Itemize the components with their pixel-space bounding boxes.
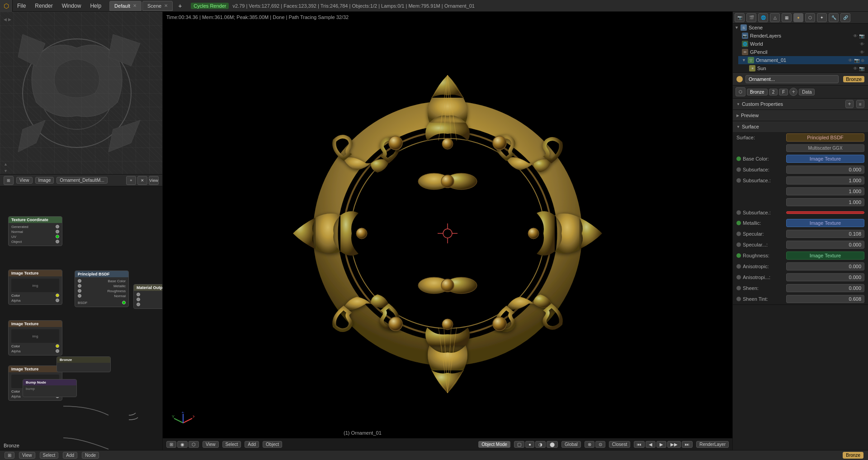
material-name-field[interactable]: Ornament... <box>745 75 839 83</box>
bottom-select-btn[interactable]: Select <box>40 452 59 459</box>
metallic-value[interactable]: Image Texture <box>786 219 864 227</box>
ornament-eye-icon[interactable]: 👁 <box>848 58 853 63</box>
prop-icon-render[interactable]: 📷 <box>735 13 745 22</box>
node-image-btn[interactable]: Image <box>35 177 54 184</box>
custom-prop-add-btn[interactable]: + <box>845 100 854 108</box>
tab-default[interactable]: Default ✕ <box>109 1 142 11</box>
bottom-node-btn[interactable]: Node <box>82 452 99 459</box>
node-small-1[interactable]: Bump Node bump <box>23 379 77 397</box>
mat-tab-bronze[interactable]: Bronze <box>747 89 768 95</box>
subsurface-radius-dot[interactable] <box>736 210 741 215</box>
node-view2-btn[interactable]: View <box>149 176 159 185</box>
anisotropic-rot-value[interactable]: 0.000 <box>786 273 864 281</box>
global-btn[interactable]: Global <box>561 441 581 448</box>
surface-header[interactable]: ▼ Surface <box>733 121 868 132</box>
mat-tab-2[interactable]: 2 <box>769 89 778 95</box>
ornament-more-icon[interactable]: ⊕ <box>861 58 864 63</box>
closest-btn[interactable]: Closest <box>609 441 630 448</box>
anisotropic-value[interactable]: 0.000 <box>786 262 864 270</box>
anisotropic-rot-dot[interactable] <box>736 275 741 280</box>
node-image-texture-2[interactable]: Image Texture img Color Alpha <box>8 320 62 356</box>
viewport-main[interactable]: Time:00:34.36 | Mem:361.06M; Peak:385.00… <box>163 12 732 450</box>
node-texture-coord[interactable]: Texture Coordinate Generated Normal UV O… <box>8 216 62 246</box>
next-frame-btn[interactable]: ▶▶ <box>667 441 681 448</box>
node-main-shader[interactable]: Principled BSDF Base Color Metallic Roug… <box>75 270 129 307</box>
sun-eye-icon[interactable]: 👁 <box>853 66 858 71</box>
renderlayers-eye-icon[interactable]: 👁 <box>853 33 858 38</box>
prop-icon-constraints[interactable]: 🔗 <box>840 13 850 22</box>
viewport-icon-3[interactable]: ⬡ <box>189 441 199 448</box>
outliner-sun[interactable]: ☀ Sun 👁 📷 <box>733 64 868 72</box>
bottom-add-btn[interactable]: Add <box>63 452 77 459</box>
subsurface-dot[interactable] <box>736 167 741 172</box>
prop-edit-btn[interactable]: ⊙ <box>595 441 605 448</box>
node-add-tab-btn[interactable]: + <box>126 176 136 185</box>
prop-icon-texture[interactable]: ⬡ <box>805 13 815 22</box>
subsurface-radius-value[interactable] <box>786 211 864 214</box>
bottom-view-btn[interactable]: View <box>19 452 35 459</box>
menu-render[interactable]: Render <box>30 0 57 11</box>
outliner-ornament[interactable]: ▼ ▽ Ornament_01 👁 📷 ⊕ <box>738 56 868 64</box>
play-btn[interactable]: ▶ <box>656 441 666 448</box>
shade-solid-btn[interactable]: ● <box>525 441 534 448</box>
node-image-texture-1[interactable]: Image Texture img Color Alpha <box>8 270 62 305</box>
specular-value[interactable]: 0.108 <box>786 230 864 238</box>
base-color-dot[interactable] <box>736 156 741 161</box>
node-editor[interactable]: Texture Coordinate Generated Normal UV O… <box>0 186 162 450</box>
select-menu-btn[interactable]: Select <box>222 441 241 448</box>
tab-scene[interactable]: Scene ✕ <box>142 1 173 11</box>
prop-icon-world[interactable]: 🌐 <box>758 13 768 22</box>
renderlayers-render-icon[interactable]: 📷 <box>859 33 864 38</box>
multiscatter-value[interactable]: Multiscatter GGX <box>786 144 864 152</box>
mat-tab-f[interactable]: F <box>779 89 788 95</box>
base-color-value[interactable]: Image Texture <box>786 155 864 163</box>
subsurface-color-b[interactable]: 1.000 <box>786 198 864 206</box>
sheen-dot[interactable] <box>736 286 741 290</box>
blender-logo[interactable]: ⬡ <box>0 0 13 12</box>
shade-render-btn[interactable]: ⬤ <box>547 441 558 448</box>
node-canvas[interactable]: Texture Coordinate Generated Normal UV O… <box>0 198 162 450</box>
sun-render3-icon[interactable]: 📷 <box>859 66 864 71</box>
prev-frame-btn[interactable]: ◀ <box>646 441 656 448</box>
mat-add-btn[interactable]: + <box>789 88 797 96</box>
roughness-value[interactable]: Image Texture <box>786 251 864 260</box>
subsurface-color-dot[interactable] <box>736 178 741 183</box>
node-material-output[interactable]: Material Output Surface Volume Displace <box>133 284 162 309</box>
bottom-bronze-badge[interactable]: Bronze <box>843 452 863 459</box>
sheen-value[interactable]: 0.000 <box>786 284 864 292</box>
viewport-preview[interactable]: ◀ ▶ ▲ ▼ <box>0 12 162 175</box>
tab-scene-close-icon[interactable]: ✕ <box>164 3 168 8</box>
subsurface-color-r[interactable]: 1.000 <box>786 176 864 185</box>
ornament-render2-icon[interactable]: 📷 <box>854 58 859 63</box>
mat-icon-btn[interactable]: ⬡ <box>736 87 745 96</box>
metallic-dot[interactable] <box>736 221 741 225</box>
subsurface-value[interactable]: 0.000 <box>786 166 864 174</box>
object-menu-btn[interactable]: Object <box>263 441 282 448</box>
view-menu-btn[interactable]: View <box>203 441 219 448</box>
add-menu-btn[interactable]: Add <box>245 441 259 448</box>
prop-icon-object[interactable]: △ <box>770 13 780 22</box>
roughness-dot[interactable] <box>736 253 741 258</box>
subsurface-color-g[interactable]: 1.000 <box>786 187 864 195</box>
preview-header[interactable]: ▶ Preview <box>733 110 868 121</box>
specular-tint-dot[interactable] <box>736 242 741 247</box>
outliner-renderlayers[interactable]: 📷 RenderLayers 👁 📷 <box>738 32 868 40</box>
material-bronze-badge[interactable]: Bronze <box>843 76 864 82</box>
bottom-icon-1[interactable]: ⊞ <box>5 452 14 459</box>
menu-help[interactable]: Help <box>85 0 106 11</box>
tab-close-icon[interactable]: ✕ <box>133 3 137 8</box>
shade-wire-btn[interactable]: ▢ <box>514 441 524 448</box>
prop-icon-mesh[interactable]: ▦ <box>782 13 792 22</box>
prop-icon-material[interactable]: ● <box>793 13 803 22</box>
sheen-tint-value[interactable]: 0.608 <box>786 295 864 303</box>
material-color-dot[interactable] <box>736 76 743 82</box>
specular-tint-value[interactable]: 0.000 <box>786 241 864 249</box>
sheen-tint-dot[interactable] <box>736 297 741 301</box>
snap-btn[interactable]: ⊗ <box>585 441 594 448</box>
node-view-btn[interactable]: View <box>16 177 33 184</box>
node-bronze[interactable]: Bronze <box>57 356 111 372</box>
mat-tab-data[interactable]: Data <box>799 89 815 95</box>
viewport-icon-2[interactable]: ◉ <box>177 441 188 448</box>
menu-file[interactable]: File <box>13 0 30 11</box>
prop-icon-physics[interactable]: 🔧 <box>829 13 839 22</box>
